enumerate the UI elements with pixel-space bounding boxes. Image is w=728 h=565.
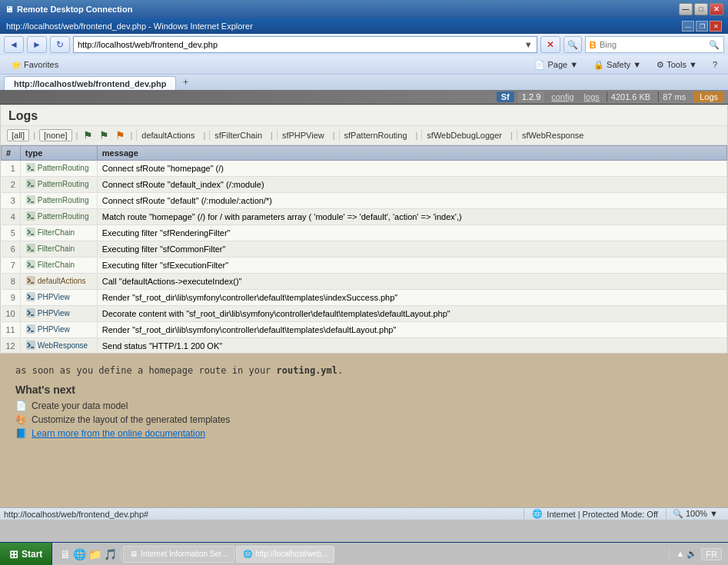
whats-next-title: What's next [15,384,713,396]
tab-label: http://localhost/web/frontend_dev.php [14,79,166,88]
filter-icon-orange[interactable]: ⚑ [114,129,126,141]
row-type: PatternRouting [20,193,97,209]
whats-next-item-1: 📄 Create your data model [15,400,713,411]
row-type: PHPView [20,322,97,338]
zoom-dropdown-icon[interactable]: ▼ [710,509,718,518]
row-message: Render "sf_root_dir\lib\symfony\controll… [97,290,726,306]
search-bar[interactable]: B 🔍 [585,36,724,53]
search-go-icon[interactable]: 🔍 [709,40,720,50]
learn-more-link[interactable]: Learn more from the online documentation [32,428,205,439]
ie-title-controls[interactable]: — ❐ ✕ [682,21,722,32]
row-message: Match route "homepage" (/) for / with pa… [97,209,726,225]
table-row: 1 PatternRouting Connect sfRoute "homepa… [2,161,727,177]
filter-type-sfPatternRouting[interactable]: sfPatternRouting [339,130,412,141]
status-url: http://localhost/web/frontend_dev.php# [4,510,524,519]
row-message: Send status "HTTP/1.1 200 OK" [97,338,726,354]
ie-restore-btn[interactable]: ❐ [696,21,708,32]
rdp-window-controls[interactable]: — □ ✕ [679,3,723,15]
row-message: Executing filter "sfExecutionFilter" [97,258,726,274]
maximize-button[interactable]: □ [694,3,708,15]
table-row: 6 FilterChain Executing filter "sfCommon… [2,241,727,258]
zoom-icon: 🔍 [673,509,683,518]
row-type: FilterChain [20,241,97,258]
row-num: 2 [2,177,21,193]
page-button[interactable]: 📄 Page ▼ [527,57,585,72]
ie-title-bar: http://localhost/web/frontend_dev.php - … [0,18,728,34]
table-row: 7 FilterChain Executing filter "sfExecut… [2,258,727,274]
search-icon[interactable]: 🔍 [563,36,582,53]
row-num: 11 [2,322,21,338]
table-row: 2 PatternRouting Connect sfRoute "defaul… [2,177,727,193]
log-table-scroll[interactable]: # type message 1 PatternRouting Connect … [1,145,727,353]
help-button[interactable]: ? [706,57,724,72]
row-type: defaultActions [20,274,97,290]
table-row: 12 WebResponse Send status "HTTP/1.1 200… [2,338,727,354]
row-type: PatternRouting [20,177,97,193]
row-message: Decorate content with "sf_root_dir\lib\s… [97,306,726,322]
table-row: 8 defaultActions Call "defaultActions->e… [2,274,727,290]
stop-button[interactable]: ✕ [540,36,560,53]
customize-icon: 🎨 [15,414,27,425]
back-button[interactable]: ◄ [4,36,24,53]
row-message: Render "sf_root_dir\lib\symfony\controll… [97,322,726,338]
sf-time: 87 ms [658,91,690,102]
sf-version: 1.2.9 [518,91,544,102]
ie-status-bar: http://localhost/web/frontend_dev.php# 🌐… [0,507,728,520]
minimize-button[interactable]: — [679,3,693,15]
ie-close-btn[interactable]: ✕ [710,21,722,32]
search-input[interactable] [600,40,706,49]
rdp-title: 🖥 Remote Desktop Connection [5,5,132,14]
row-num: 4 [2,209,21,225]
row-type: PHPView [20,290,97,306]
sf-badge: Sf [497,91,514,102]
filter-type-sfFilterChain[interactable]: sfFilterChain [209,130,267,141]
close-button[interactable]: ✕ [710,3,723,15]
col-type: type [20,146,97,161]
sf-logs-button[interactable]: Logs [693,91,724,102]
table-row: 4 PatternRouting Match route "homepage" … [2,209,727,225]
tools-button[interactable]: ⚙ Tools ▼ [650,57,704,72]
filter-sep-1: | [33,131,35,140]
forward-button[interactable]: ► [27,36,47,53]
favorites-button[interactable]: ⭐ Favorites [4,57,65,72]
address-input[interactable] [78,40,524,49]
row-num: 1 [2,161,21,177]
table-row: 3 PatternRouting Connect sfRoute "defaul… [2,193,727,209]
status-zoom[interactable]: 🔍 100% ▼ [666,509,724,519]
filter-type-sfWebDebugLogger[interactable]: sfWebDebugLogger [421,130,507,141]
internet-icon: 🌐 [532,509,543,519]
sf-logs-link[interactable]: logs [581,91,603,102]
ie-nav-bar: ◄ ► ↻ ▼ ✕ 🔍 B 🔍 [0,34,728,55]
row-message: Connect sfRoute "homepage" (/) [97,161,726,177]
zoom-level: 100% [686,509,707,518]
row-message: Executing filter "sfRenderingFilter" [97,225,726,241]
col-message: message [97,146,726,161]
whats-next-item-2: 🎨 Customize the layout of the generated … [15,414,713,425]
filter-icon-green-2[interactable]: ⚑ [98,129,110,141]
learn-icon: 📘 [15,428,27,439]
sf-config-link[interactable]: config [548,91,577,102]
filter-sep-2: | [76,131,78,140]
row-num: 9 [2,290,21,306]
row-message: Connect sfRoute "default" (/:module/:act… [97,193,726,209]
col-num: # [2,146,21,161]
whats-next-section: What's next 📄 Create your data model 🎨 C… [15,384,713,439]
data-model-icon: 📄 [15,400,27,411]
refresh-button[interactable]: ↻ [50,36,70,53]
address-bar-container[interactable]: ▼ [73,36,537,53]
row-num: 3 [2,193,21,209]
filter-type-sfWebResponse[interactable]: sfWebResponse [517,130,589,141]
safety-button[interactable]: 🔒 Safety ▼ [587,57,648,72]
row-message: Executing filter "sfCommonFilter" [97,241,726,258]
filter-all-btn[interactable]: [all] [7,129,29,141]
bing-icon: B [590,39,597,51]
tools-icon: ⚙ [657,60,664,70]
ie-tab-main[interactable]: http://localhost/web/frontend_dev.php [4,76,176,90]
new-tab-button[interactable]: + [178,75,193,90]
filter-type-sfPHPView[interactable]: sfPHPView [277,130,329,141]
filter-icon-green-1[interactable]: ⚑ [81,129,94,141]
filter-type-defaultActions[interactable]: defaultActions [136,130,199,141]
filter-none-btn[interactable]: [none] [39,129,72,141]
address-dropdown-icon[interactable]: ▼ [524,40,533,49]
ie-minimize-btn[interactable]: — [682,21,694,32]
